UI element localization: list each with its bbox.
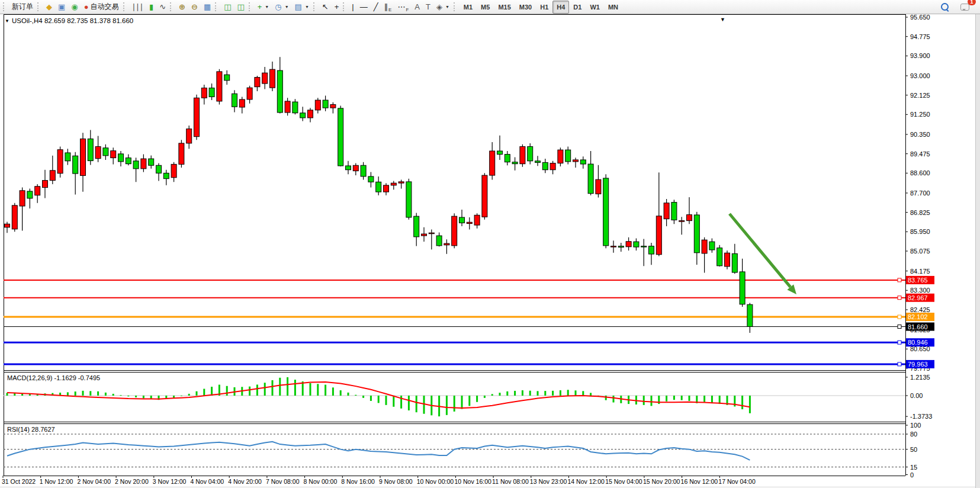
candle-down [542, 162, 548, 169]
line-handle[interactable] [898, 325, 901, 329]
trendline-button[interactable]: ╱ [371, 1, 381, 14]
terminal-button[interactable]: ▣ [55, 1, 68, 14]
toolbar-grip [313, 2, 317, 11]
price-tick-label: 89.475 [910, 150, 930, 158]
tf-m5-button[interactable]: M5 [477, 1, 494, 14]
bar-chart-icon: ∣∣∣ [132, 1, 144, 13]
candle-down [27, 191, 33, 198]
candle-down [133, 161, 139, 169]
cursor-button[interactable]: ↖ [319, 1, 332, 14]
tf-m15-button[interactable]: M15 [494, 1, 515, 14]
tile-windows-button[interactable]: ▦ [201, 1, 214, 14]
crosshair-icon: + [335, 1, 339, 13]
candle-up [687, 215, 692, 221]
symbol-dropdown-icon[interactable]: ▼ [5, 18, 9, 24]
tf-h1-button[interactable]: H1 [536, 1, 552, 14]
indicators-plus-icon: + [258, 1, 262, 13]
line-handle[interactable] [898, 278, 901, 282]
candle-down [224, 75, 230, 81]
toolbar-grip [215, 2, 219, 11]
candle-up [429, 233, 434, 234]
tf-h4-button[interactable]: H4 [552, 1, 569, 14]
trendline-icon: ╱ [374, 1, 378, 13]
candle-down [436, 236, 442, 246]
date-tick-label: 10 Nov 16:00 [454, 478, 491, 485]
candle-up [141, 159, 146, 169]
date-tick-label: 17 Nov 04:00 [718, 478, 756, 485]
notifications-button[interactable]: 1 [957, 1, 972, 14]
icon-sub-letter: F [406, 7, 409, 13]
candlestick-chart-button[interactable]: ▮ [146, 1, 156, 14]
date-tick-label: 10 Nov 00:00 [417, 478, 454, 485]
profiles-button[interactable]: ◫ [234, 1, 247, 14]
candle-down [163, 173, 169, 178]
vertical-line-button[interactable]: | [349, 1, 356, 14]
search-button[interactable] [938, 1, 952, 14]
candle-up [285, 101, 290, 113]
tf-h4-button-label: H4 [557, 4, 565, 11]
candle-up [452, 216, 457, 246]
candle-down [361, 165, 366, 176]
line-chart-button[interactable]: ∿ [156, 1, 169, 14]
candle-down [694, 215, 699, 253]
chart-window[interactable]: 95.65094.77593.90093.00092.12591.25090.3… [0, 14, 976, 488]
autotrading-button[interactable]: ●自动交易 [81, 1, 122, 14]
candle-down [671, 203, 677, 220]
candle-up [656, 216, 661, 255]
candle-up [558, 150, 563, 163]
candle-up [12, 206, 17, 229]
channel-button[interactable]: ∥E [381, 1, 395, 14]
candle-down [103, 148, 108, 156]
candle-up [35, 187, 40, 195]
crosshair-button[interactable]: + [332, 1, 342, 14]
tf-d1-button[interactable]: D1 [569, 1, 586, 14]
chart-shift-marker-icon[interactable]: ▼ [720, 17, 725, 23]
candle-down [209, 88, 214, 97]
candle-down [580, 160, 586, 164]
candle-up [270, 69, 275, 88]
tf-mn-button[interactable]: MN [604, 1, 622, 14]
shapes-icon: ◈ [436, 1, 442, 13]
new-order-button[interactable]: 新订单 [9, 1, 36, 14]
bar-chart-button[interactable]: ∣∣∣ [129, 1, 147, 14]
price-chart-svg[interactable]: 95.65094.77593.90093.00092.12591.25090.3… [0, 14, 976, 488]
line-handle[interactable] [898, 296, 901, 300]
text-button[interactable]: A [412, 1, 423, 14]
tile-windows-icon: ▦ [204, 1, 211, 13]
templates-button[interactable]: ▤▼ [292, 1, 312, 14]
candle-up [482, 175, 487, 217]
tf-m30-button[interactable]: M30 [515, 1, 536, 14]
zoom-in-button[interactable]: ⊕ [176, 1, 188, 14]
text-icon: A [415, 1, 420, 13]
fibonacci-button[interactable]: ⋯F [394, 1, 412, 14]
candle-down [565, 150, 571, 162]
tf-w1-button[interactable]: W1 [586, 1, 604, 14]
tf-m1-button[interactable]: M1 [460, 1, 477, 14]
line-handle[interactable] [898, 315, 901, 319]
candle-up [95, 146, 101, 158]
signals-button[interactable]: ◉ [68, 1, 81, 14]
label-button[interactable]: T [423, 1, 433, 14]
periods-button[interactable]: ◷▼ [272, 1, 291, 14]
candle-up [50, 171, 55, 181]
horizontal-line-icon: — [360, 1, 368, 13]
macd-scale-label: 0.00 [910, 392, 923, 399]
zoom-out-button[interactable]: ⊖ [188, 1, 201, 14]
new-chart-button[interactable]: ◫ [221, 1, 234, 14]
vertical-line-icon: | [352, 1, 354, 13]
candle-down [414, 216, 419, 237]
candle-up [111, 151, 116, 158]
horizontal-line-button[interactable]: — [357, 1, 371, 14]
candle-up [467, 222, 472, 223]
date-tick-label: 8 Nov 00:00 [304, 478, 338, 485]
candle-down [232, 94, 237, 107]
price-tick-label: 88.600 [910, 169, 930, 176]
candle-up [353, 165, 358, 171]
line-handle[interactable] [898, 362, 901, 366]
indicators-button[interactable]: +▼ [255, 1, 272, 14]
candle-down [300, 113, 306, 118]
candle-up [171, 164, 176, 177]
market-watch-button[interactable]: ◆ [43, 1, 55, 14]
line-handle[interactable] [898, 341, 901, 344]
shapes-button[interactable]: ◈▼ [433, 1, 452, 14]
